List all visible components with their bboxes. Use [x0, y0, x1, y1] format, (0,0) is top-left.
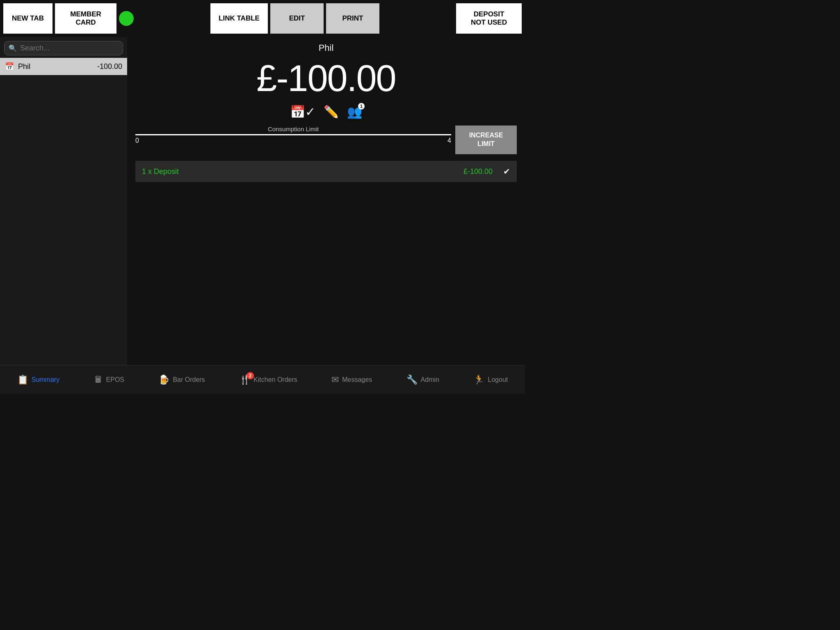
search-input[interactable]: [20, 44, 119, 52]
top-bar: NEW TAB MEMBERCARD LINK TABLE EDIT PRINT…: [0, 0, 525, 37]
nav-item-bar-orders[interactable]: 🍺 Bar Orders: [152, 371, 211, 388]
main-area: Phil £-100.00 📅✓ ✏️ 👥 1 Consumption Limi…: [127, 37, 525, 365]
kitchen-orders-badge: 2: [247, 372, 254, 379]
search-icon: 🔍: [9, 44, 17, 52]
group-badge: 1: [358, 103, 365, 110]
list-item[interactable]: 📅 Phil -100.00: [0, 58, 127, 75]
group-button[interactable]: 👥 1: [347, 105, 362, 119]
limit-bar: [135, 134, 451, 135]
nav-item-epos[interactable]: 🖩 EPOS: [87, 371, 131, 388]
epos-icon: 🖩: [94, 374, 103, 385]
increase-limit-button[interactable]: INCREASE LIMIT: [455, 126, 517, 154]
limit-min: 0: [135, 137, 139, 144]
pencil-icon: ✏️: [324, 105, 339, 119]
nav-label-admin: Admin: [421, 376, 439, 383]
new-tab-button[interactable]: NEW TAB: [3, 3, 52, 34]
member-card-button[interactable]: MEMBERCARD: [55, 3, 116, 34]
action-icons: 📅✓ ✏️ 👥 1: [135, 105, 517, 119]
nav-item-kitchen-orders[interactable]: 🍴 2 Kitchen Orders: [233, 371, 304, 388]
order-item-price: £-100.00: [463, 167, 493, 176]
limit-max: 4: [447, 137, 451, 144]
checkmark-icon: ✔: [503, 167, 510, 176]
limit-content: Consumption Limit 0 4: [135, 126, 451, 144]
calendar-icon: 📅: [5, 62, 14, 71]
search-bar[interactable]: 🔍: [4, 41, 123, 55]
nav-label-messages: Messages: [342, 376, 372, 383]
messages-icon: ✉: [331, 374, 339, 385]
limit-label: Consumption Limit: [135, 126, 451, 132]
tab-name: Phil: [18, 62, 93, 71]
summary-icon: 📋: [17, 374, 28, 385]
status-dot: [119, 11, 134, 26]
nav-label-bar-orders: Bar Orders: [173, 376, 205, 383]
nav-item-admin[interactable]: 🔧 Admin: [400, 371, 446, 388]
limit-section: Consumption Limit 0 4 INCREASE LIMIT: [135, 126, 517, 154]
nav-item-summary[interactable]: 📋 Summary: [11, 371, 66, 388]
link-table-button[interactable]: LINK TABLE: [210, 3, 268, 34]
balance-display: £-100.00: [135, 57, 517, 100]
tab-amount: -100.00: [97, 62, 122, 71]
calendar-check-button[interactable]: 📅✓: [290, 105, 315, 119]
nav-label-logout: Logout: [488, 376, 508, 383]
calendar-check-icon: 📅✓: [290, 105, 315, 119]
nav-item-messages[interactable]: ✉ Messages: [325, 371, 379, 388]
deposit-not-used-button[interactable]: DEPOSITNOT USED: [456, 3, 522, 34]
edit-pencil-button[interactable]: ✏️: [324, 105, 339, 119]
order-item-name: 1 x Deposit: [142, 167, 459, 176]
bottom-nav: 📋 Summary 🖩 EPOS 🍺 Bar Orders 🍴 2 Kitche…: [0, 365, 525, 394]
edit-button[interactable]: EDIT: [270, 3, 324, 34]
nav-label-epos: EPOS: [106, 376, 124, 383]
admin-icon: 🔧: [406, 374, 418, 385]
nav-label-kitchen-orders: Kitchen Orders: [253, 376, 297, 383]
order-item[interactable]: 1 x Deposit £-100.00 ✔: [135, 161, 517, 182]
customer-name: Phil: [135, 43, 517, 53]
print-button[interactable]: PRINT: [326, 3, 379, 34]
content-area: 🔍 📅 Phil -100.00 Phil £-100.00 📅✓ ✏️ 👥 1: [0, 37, 525, 365]
sidebar: 🔍 📅 Phil -100.00: [0, 37, 127, 365]
bar-orders-icon: 🍺: [158, 374, 169, 385]
nav-item-logout[interactable]: 🏃 Logout: [467, 371, 514, 388]
nav-label-summary: Summary: [32, 376, 59, 383]
logout-icon: 🏃: [473, 374, 484, 385]
limit-bar-fill: [135, 134, 451, 135]
limit-numbers: 0 4: [135, 137, 451, 144]
